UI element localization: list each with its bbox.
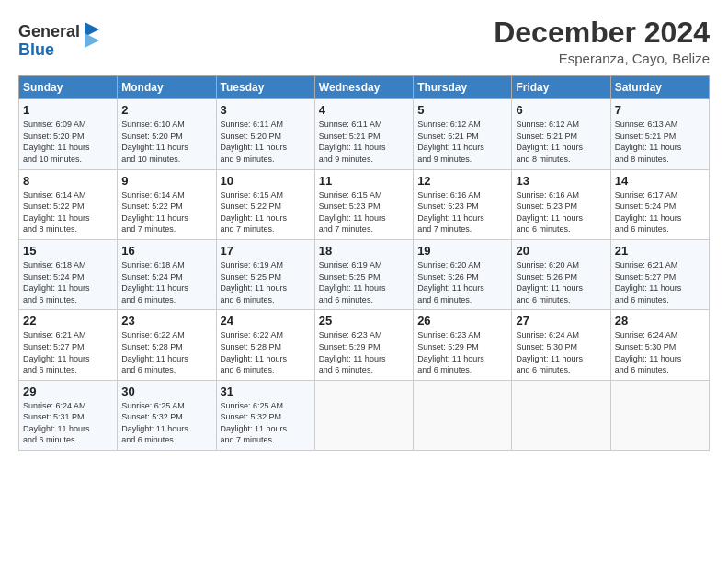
week-row-1: 1Sunrise: 6:09 AM Sunset: 5:20 PM Daylig… xyxy=(19,99,710,169)
week-row-3: 15Sunrise: 6:18 AM Sunset: 5:24 PM Dayli… xyxy=(19,239,710,309)
cell-text: Sunrise: 6:18 AM Sunset: 5:24 PM Dayligh… xyxy=(23,259,113,305)
day-number: 14 xyxy=(615,174,705,188)
header-row: SundayMondayTuesdayWednesdayThursdayFrid… xyxy=(19,76,710,99)
week-row-5: 29Sunrise: 6:24 AM Sunset: 5:31 PM Dayli… xyxy=(19,380,710,450)
day-number: 15 xyxy=(23,244,113,258)
day-number: 13 xyxy=(516,174,606,188)
cell-text: Sunrise: 6:23 AM Sunset: 5:29 PM Dayligh… xyxy=(417,329,507,375)
svg-text:Blue: Blue xyxy=(18,40,54,59)
cell-text: Sunrise: 6:14 AM Sunset: 5:22 PM Dayligh… xyxy=(23,190,113,236)
day-number: 20 xyxy=(516,244,606,258)
cell-text: Sunrise: 6:24 AM Sunset: 5:30 PM Dayligh… xyxy=(615,329,705,375)
day-number: 11 xyxy=(319,174,409,188)
calendar-cell xyxy=(314,380,413,450)
header-cell-sunday: Sunday xyxy=(19,76,118,99)
week-row-4: 22Sunrise: 6:21 AM Sunset: 5:27 PM Dayli… xyxy=(19,310,710,380)
calendar-cell: 18Sunrise: 6:19 AM Sunset: 5:25 PM Dayli… xyxy=(314,239,413,309)
calendar-cell: 9Sunrise: 6:14 AM Sunset: 5:22 PM Daylig… xyxy=(118,169,216,239)
calendar-cell: 23Sunrise: 6:22 AM Sunset: 5:28 PM Dayli… xyxy=(118,310,216,380)
calendar-cell: 17Sunrise: 6:19 AM Sunset: 5:25 PM Dayli… xyxy=(216,239,314,309)
calendar-cell: 16Sunrise: 6:18 AM Sunset: 5:24 PM Dayli… xyxy=(118,239,216,309)
cell-text: Sunrise: 6:11 AM Sunset: 5:20 PM Dayligh… xyxy=(221,119,311,165)
day-number: 19 xyxy=(417,244,507,258)
day-number: 29 xyxy=(23,385,113,398)
day-number: 16 xyxy=(121,244,211,258)
header: General Blue December 2024 Esperanza, Ca… xyxy=(18,17,710,66)
cell-text: Sunrise: 6:21 AM Sunset: 5:27 PM Dayligh… xyxy=(615,259,705,305)
calendar-cell: 10Sunrise: 6:15 AM Sunset: 5:22 PM Dayli… xyxy=(216,169,314,239)
day-number: 18 xyxy=(319,244,409,258)
cell-text: Sunrise: 6:25 AM Sunset: 5:32 PM Dayligh… xyxy=(221,400,311,446)
cell-text: Sunrise: 6:12 AM Sunset: 5:21 PM Dayligh… xyxy=(516,119,606,165)
calendar-cell: 22Sunrise: 6:21 AM Sunset: 5:27 PM Dayli… xyxy=(19,310,118,380)
day-number: 17 xyxy=(221,244,311,258)
day-number: 1 xyxy=(23,103,113,117)
cell-text: Sunrise: 6:19 AM Sunset: 5:25 PM Dayligh… xyxy=(319,259,409,305)
cell-text: Sunrise: 6:17 AM Sunset: 5:24 PM Dayligh… xyxy=(615,190,705,236)
cell-text: Sunrise: 6:20 AM Sunset: 5:26 PM Dayligh… xyxy=(417,259,507,305)
calendar-cell: 31Sunrise: 6:25 AM Sunset: 5:32 PM Dayli… xyxy=(216,380,314,450)
day-number: 28 xyxy=(615,314,705,327)
day-number: 7 xyxy=(615,103,705,117)
cell-text: Sunrise: 6:15 AM Sunset: 5:22 PM Dayligh… xyxy=(221,190,311,236)
calendar-page: General Blue December 2024 Esperanza, Ca… xyxy=(0,0,728,563)
cell-text: Sunrise: 6:16 AM Sunset: 5:23 PM Dayligh… xyxy=(516,190,606,236)
calendar-cell: 27Sunrise: 6:24 AM Sunset: 5:30 PM Dayli… xyxy=(512,310,610,380)
calendar-cell: 2Sunrise: 6:10 AM Sunset: 5:20 PM Daylig… xyxy=(118,99,216,169)
cell-text: Sunrise: 6:18 AM Sunset: 5:24 PM Dayligh… xyxy=(121,259,211,305)
cell-text: Sunrise: 6:24 AM Sunset: 5:30 PM Dayligh… xyxy=(516,329,606,375)
cell-text: Sunrise: 6:20 AM Sunset: 5:26 PM Dayligh… xyxy=(516,259,606,305)
svg-text:General: General xyxy=(18,22,80,40)
day-number: 4 xyxy=(319,103,409,117)
header-cell-friday: Friday xyxy=(512,76,610,99)
calendar-cell: 11Sunrise: 6:15 AM Sunset: 5:23 PM Dayli… xyxy=(314,169,413,239)
cell-text: Sunrise: 6:19 AM Sunset: 5:25 PM Dayligh… xyxy=(221,259,311,305)
header-cell-monday: Monday xyxy=(118,76,216,99)
calendar-cell: 5Sunrise: 6:12 AM Sunset: 5:21 PM Daylig… xyxy=(414,99,512,169)
day-number: 25 xyxy=(319,314,409,327)
day-number: 5 xyxy=(417,103,507,117)
calendar-cell: 28Sunrise: 6:24 AM Sunset: 5:30 PM Dayli… xyxy=(610,310,709,380)
cell-text: Sunrise: 6:23 AM Sunset: 5:29 PM Dayligh… xyxy=(319,329,409,375)
logo: General Blue xyxy=(18,17,101,61)
calendar-cell: 7Sunrise: 6:13 AM Sunset: 5:21 PM Daylig… xyxy=(610,99,709,169)
calendar-cell: 4Sunrise: 6:11 AM Sunset: 5:21 PM Daylig… xyxy=(314,99,413,169)
day-number: 9 xyxy=(121,174,211,188)
svg-marker-3 xyxy=(85,33,99,48)
day-number: 2 xyxy=(121,103,211,117)
calendar-table: SundayMondayTuesdayWednesdayThursdayFrid… xyxy=(18,75,710,451)
calendar-cell: 19Sunrise: 6:20 AM Sunset: 5:26 PM Dayli… xyxy=(414,239,512,309)
calendar-cell: 15Sunrise: 6:18 AM Sunset: 5:24 PM Dayli… xyxy=(19,239,118,309)
calendar-cell: 13Sunrise: 6:16 AM Sunset: 5:23 PM Dayli… xyxy=(512,169,610,239)
calendar-cell: 24Sunrise: 6:22 AM Sunset: 5:28 PM Dayli… xyxy=(216,310,314,380)
day-number: 24 xyxy=(221,314,311,327)
calendar-cell xyxy=(512,380,610,450)
header-cell-saturday: Saturday xyxy=(610,76,709,99)
title-block: December 2024 Esperanza, Cayo, Belize xyxy=(494,17,710,66)
day-number: 30 xyxy=(121,385,211,398)
calendar-cell: 26Sunrise: 6:23 AM Sunset: 5:29 PM Dayli… xyxy=(414,310,512,380)
day-number: 3 xyxy=(221,103,311,117)
calendar-cell: 8Sunrise: 6:14 AM Sunset: 5:22 PM Daylig… xyxy=(19,169,118,239)
cell-text: Sunrise: 6:10 AM Sunset: 5:20 PM Dayligh… xyxy=(121,119,211,165)
calendar-cell: 30Sunrise: 6:25 AM Sunset: 5:32 PM Dayli… xyxy=(118,380,216,450)
cell-text: Sunrise: 6:14 AM Sunset: 5:22 PM Dayligh… xyxy=(121,190,211,236)
cell-text: Sunrise: 6:22 AM Sunset: 5:28 PM Dayligh… xyxy=(221,329,311,375)
cell-text: Sunrise: 6:12 AM Sunset: 5:21 PM Dayligh… xyxy=(417,119,507,165)
calendar-cell: 3Sunrise: 6:11 AM Sunset: 5:20 PM Daylig… xyxy=(216,99,314,169)
day-number: 27 xyxy=(516,314,606,327)
cell-text: Sunrise: 6:13 AM Sunset: 5:21 PM Dayligh… xyxy=(615,119,705,165)
month-title: December 2024 xyxy=(494,17,710,49)
cell-text: Sunrise: 6:15 AM Sunset: 5:23 PM Dayligh… xyxy=(319,190,409,236)
day-number: 10 xyxy=(221,174,311,188)
calendar-cell: 20Sunrise: 6:20 AM Sunset: 5:26 PM Dayli… xyxy=(512,239,610,309)
day-number: 31 xyxy=(221,385,311,398)
cell-text: Sunrise: 6:21 AM Sunset: 5:27 PM Dayligh… xyxy=(23,329,113,375)
cell-text: Sunrise: 6:22 AM Sunset: 5:28 PM Dayligh… xyxy=(121,329,211,375)
cell-text: Sunrise: 6:25 AM Sunset: 5:32 PM Dayligh… xyxy=(121,400,211,446)
calendar-cell xyxy=(414,380,512,450)
cell-text: Sunrise: 6:09 AM Sunset: 5:20 PM Dayligh… xyxy=(23,119,113,165)
day-number: 23 xyxy=(121,314,211,327)
cell-text: Sunrise: 6:11 AM Sunset: 5:21 PM Dayligh… xyxy=(319,119,409,165)
day-number: 22 xyxy=(23,314,113,327)
